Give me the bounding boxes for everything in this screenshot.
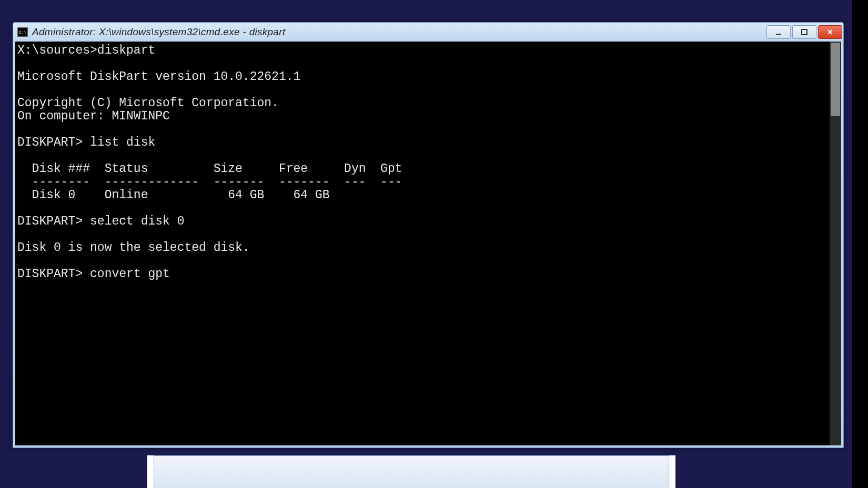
svg-rect-1 xyxy=(802,29,807,35)
cmd-window: Administrator: X:\windows\system32\cmd.e… xyxy=(13,22,844,448)
console-line xyxy=(17,150,827,163)
vertical-scrollbar[interactable] xyxy=(830,42,841,445)
console-line xyxy=(17,202,827,216)
scrollbar-thumb[interactable] xyxy=(831,43,840,116)
close-icon xyxy=(826,28,834,36)
titlebar[interactable]: Administrator: X:\windows\system32\cmd.e… xyxy=(13,23,843,42)
console-line: Copyright (C) Microsoft Corporation. xyxy=(17,97,827,110)
console-line: Microsoft DiskPart version 10.0.22621.1 xyxy=(17,71,827,84)
console-line: Disk 0 Online 64 GB 64 GB xyxy=(17,189,827,202)
console-line xyxy=(17,84,827,97)
window-controls xyxy=(766,25,842,39)
console-output[interactable]: X:\sources>diskpartMicrosoft DiskPart ve… xyxy=(15,42,830,445)
right-border xyxy=(852,0,868,488)
console-area: X:\sources>diskpartMicrosoft DiskPart ve… xyxy=(15,42,841,445)
cmd-icon xyxy=(17,27,28,37)
console-line: DISKPART> list disk xyxy=(17,137,827,150)
console-line: Disk 0 is now the selected disk. xyxy=(17,242,827,255)
minimize-icon xyxy=(775,28,782,36)
window-title: Administrator: X:\windows\system32\cmd.e… xyxy=(32,26,766,38)
console-line xyxy=(17,255,827,268)
console-line xyxy=(17,124,827,137)
console-line: X:\sources>diskpart xyxy=(17,45,827,58)
close-button[interactable] xyxy=(818,25,842,39)
console-line xyxy=(17,229,827,242)
console-line xyxy=(17,58,827,71)
console-line: -------- ------------- ------- ------- -… xyxy=(17,176,827,189)
minimize-button[interactable] xyxy=(766,25,791,39)
console-line: Disk ### Status Size Free Dyn Gpt xyxy=(17,163,827,176)
console-line: DISKPART> select disk 0 xyxy=(17,216,827,229)
console-line: DISKPART> convert gpt xyxy=(17,268,827,281)
maximize-button[interactable] xyxy=(792,25,816,39)
taskbar-edge-right xyxy=(669,455,675,488)
taskbar-edge-left xyxy=(147,455,154,488)
taskbar-segment[interactable] xyxy=(154,455,669,488)
console-line: On computer: MINWINPC xyxy=(17,110,827,124)
maximize-icon xyxy=(801,28,808,36)
